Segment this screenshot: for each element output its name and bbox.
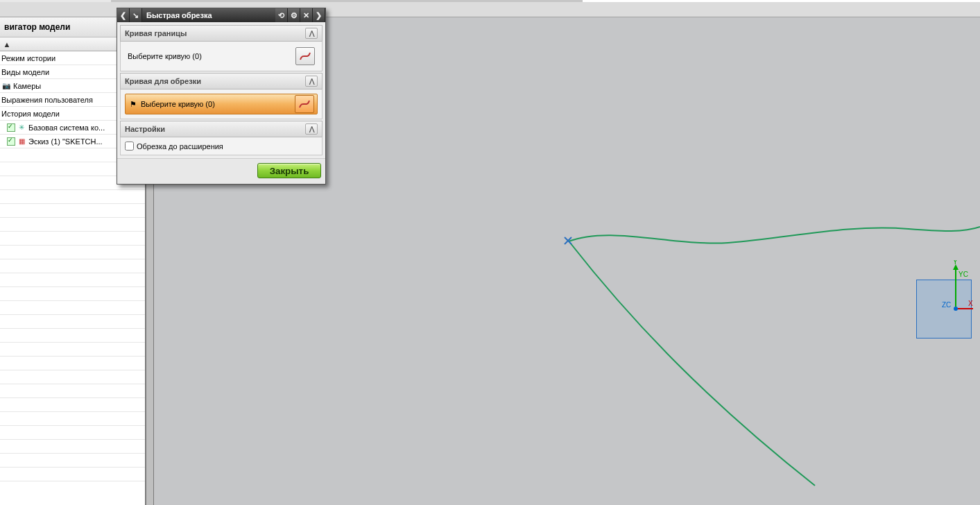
trim-to-extension-checkbox-row[interactable]: Обрезка до расширения <box>125 142 318 151</box>
camera-icon: 📷 <box>1 81 11 91</box>
section-content-settings: Обрезка до расширения <box>120 137 323 155</box>
trim-to-extension-checkbox[interactable] <box>125 142 134 151</box>
tree-label: Камеры <box>13 82 41 90</box>
tree-label: Выражения пользователя <box>1 96 93 104</box>
section-content-boundary: Выберите кривую (0) <box>120 42 323 71</box>
titlebar-close-button[interactable]: ✕ <box>300 8 313 22</box>
curve-icon <box>299 50 311 62</box>
tree-label: Виды модели <box>1 68 49 76</box>
titlebar-undo-button[interactable]: ⟲ <box>275 8 288 22</box>
chevron-up-icon[interactable]: ⋀ <box>305 28 318 39</box>
select-trim-curve-row[interactable]: ⚑ Выберите кривую (0) <box>125 94 318 114</box>
close-button[interactable]: Закрыть <box>257 163 321 178</box>
csys-icon: ✳ <box>17 123 26 132</box>
section-title: Кривая для обрезки <box>125 77 201 85</box>
titlebar-settings-button[interactable]: ⚙ <box>288 8 300 22</box>
curve-picker-button[interactable] <box>295 95 314 113</box>
tree-label: Базовая система ко... <box>28 123 105 132</box>
section-title: Кривая границы <box>125 29 187 37</box>
axis-label-zc: ZC <box>942 301 951 309</box>
work-csys-triad: YC Y X ZC <box>907 260 973 343</box>
checkbox-icon[interactable] <box>7 123 15 132</box>
section-content-trim: ⚑ Выберите кривую (0) <box>120 89 323 119</box>
axis-label-yc: YC <box>958 271 968 278</box>
tree-label: История модели <box>1 110 60 118</box>
curve-picker-button[interactable] <box>295 47 315 65</box>
titlebar-prev-button[interactable]: ❮ <box>117 8 130 22</box>
quick-trim-dialog: ❮ ↘ Быстрая обрезка ⟲ ⚙ ✕ ❯ Кривая грани… <box>117 8 326 185</box>
sketch-icon: ▦ <box>17 137 26 146</box>
section-header-trim[interactable]: Кривая для обрезки ⋀ <box>120 73 323 89</box>
titlebar-next-button[interactable]: ❯ <box>313 8 325 22</box>
select-label: Выберите кривую (0) <box>141 100 215 108</box>
chevron-up-icon[interactable]: ⋀ <box>305 76 318 87</box>
checkbox-icon[interactable] <box>7 137 15 146</box>
dialog-title[interactable]: Быстрая обрезка <box>142 8 275 22</box>
dialog-footer: Закрыть <box>117 158 325 184</box>
flag-icon: ⚑ <box>128 99 138 109</box>
select-label: Выберите кривую (0) <box>128 52 202 60</box>
chevron-up-icon[interactable]: ⋀ <box>305 123 318 135</box>
tree-label: Режим истории <box>1 54 55 62</box>
axis-label-y: Y <box>953 260 958 266</box>
select-boundary-curve-row[interactable]: Выберите кривую (0) <box>125 46 318 67</box>
section-header-boundary[interactable]: Кривая границы ⋀ <box>120 25 323 42</box>
checkbox-label: Обрезка до расширения <box>137 142 223 151</box>
dialog-body: Кривая границы ⋀ Выберите кривую (0) Кри… <box>117 22 325 158</box>
section-header-settings[interactable]: Настройки ⋀ <box>120 121 323 137</box>
curve-icon <box>298 98 311 110</box>
titlebar-pin-button[interactable]: ↘ <box>130 8 142 22</box>
axis-label-x: X <box>968 300 973 307</box>
svg-point-5 <box>954 307 958 311</box>
dialog-titlebar[interactable]: ❮ ↘ Быстрая обрезка ⟲ ⚙ ✕ ❯ <box>117 8 325 22</box>
tree-label: Эскиз (1) "SKETCH... <box>28 137 103 146</box>
section-title: Настройки <box>125 125 165 133</box>
sort-arrow-icon[interactable]: ▲ <box>0 40 14 49</box>
empty-tree-rows <box>0 148 145 481</box>
